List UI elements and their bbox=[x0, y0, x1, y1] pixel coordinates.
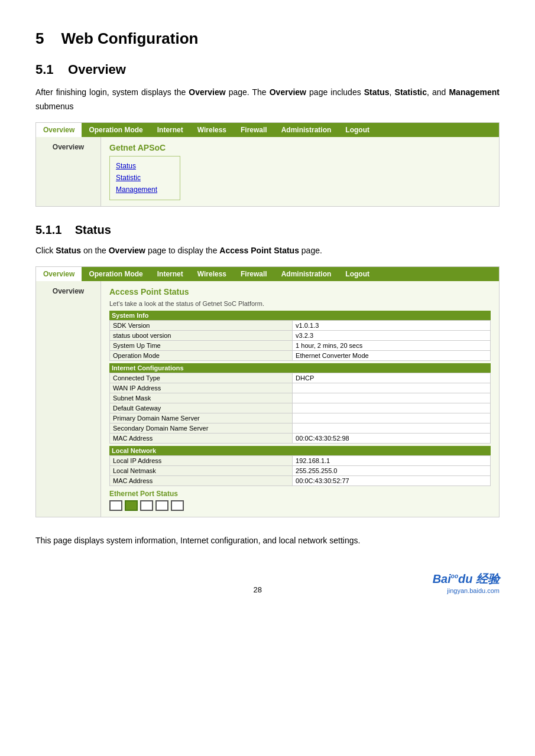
eth-ports bbox=[109, 500, 491, 511]
nav-bar-1: Overview Operation Mode Internet Wireles… bbox=[36, 123, 499, 137]
table-row: MAC Address00:0C:43:30:52:77 bbox=[110, 475, 491, 485]
submenu-status[interactable]: Status bbox=[116, 160, 174, 172]
overview-panel-body: Overview Getnet APSoC Status Statistic M… bbox=[36, 137, 499, 206]
table-row: System Up Time1 hour, 2 mins, 20 secs bbox=[110, 340, 491, 350]
table-row: Default Gateway bbox=[110, 403, 491, 413]
nav-wireless[interactable]: Wireless bbox=[190, 123, 234, 137]
status-sidebar: Overview bbox=[36, 281, 101, 517]
table-row: MAC Address00:0C:43:30:52:98 bbox=[110, 433, 491, 443]
eth-port-2 bbox=[125, 500, 138, 511]
eth-port-4 bbox=[155, 500, 168, 511]
nav2-operation-mode[interactable]: Operation Mode bbox=[82, 267, 150, 281]
status-panel: Overview Operation Mode Internet Wireles… bbox=[35, 266, 500, 517]
overview-sidebar: Overview bbox=[36, 137, 101, 206]
nav-operation-mode[interactable]: Operation Mode bbox=[82, 123, 150, 137]
nav2-logout[interactable]: Logout bbox=[338, 267, 377, 281]
table-row: Operation ModeEthernet Converter Mode bbox=[110, 350, 491, 360]
table-row: Primary Domain Name Server bbox=[110, 413, 491, 423]
status-content-title: Access Point Status bbox=[109, 287, 491, 296]
nav2-wireless[interactable]: Wireless bbox=[190, 267, 234, 281]
nav-internet[interactable]: Internet bbox=[150, 123, 190, 137]
submenu-box: Status Statistic Management bbox=[109, 156, 180, 200]
submenu-management[interactable]: Management bbox=[116, 184, 174, 195]
table-row: status uboot versionv3.2.3 bbox=[110, 330, 491, 340]
table-row: Connected TypeDHCP bbox=[110, 373, 491, 383]
eth-port-status-title: Ethernet Port Status bbox=[109, 490, 491, 498]
nav2-overview[interactable]: Overview bbox=[36, 267, 82, 281]
nav2-administration[interactable]: Administration bbox=[274, 267, 339, 281]
status-panel-body: Overview Access Point Status Let's take … bbox=[36, 281, 499, 517]
internet-config-header: Internet Configurations bbox=[109, 363, 491, 373]
eth-port-5 bbox=[171, 500, 184, 511]
nav-firewall[interactable]: Firewall bbox=[234, 123, 274, 137]
system-info-table: SDK Versionv1.0.1.3 status uboot version… bbox=[109, 320, 491, 361]
nav-overview[interactable]: Overview bbox=[36, 123, 82, 137]
nav-logout[interactable]: Logout bbox=[338, 123, 377, 137]
table-row: Subnet Mask bbox=[110, 393, 491, 403]
footer: 28 Baioodu 经验 jingyan.baidu.com bbox=[35, 571, 500, 594]
table-row: Secondary Domain Name Server bbox=[110, 423, 491, 433]
table-row: Local Netmask255.255.255.0 bbox=[110, 465, 491, 475]
baidu-branding: Baioodu 经验 jingyan.baidu.com bbox=[433, 571, 500, 594]
section-5-1-1-title: 5.1.1 Status bbox=[35, 223, 500, 237]
baidu-sub: jingyan.baidu.com bbox=[433, 587, 500, 594]
overview-content: Getnet APSoC Status Statistic Management bbox=[101, 137, 499, 206]
chapter-title: 5 Web Configuration bbox=[35, 30, 500, 48]
eth-port-1 bbox=[109, 500, 122, 511]
nav-administration[interactable]: Administration bbox=[274, 123, 339, 137]
baidu-logo: Baioodu 经验 bbox=[433, 571, 500, 587]
table-row: Local IP Address192.168.1.1 bbox=[110, 455, 491, 465]
submenu-statistic[interactable]: Statistic bbox=[116, 172, 174, 184]
status-content: Access Point Status Let's take a look at… bbox=[101, 281, 499, 517]
table-row: WAN IP Address bbox=[110, 383, 491, 393]
status-description: Let's take a look at the status of Getne… bbox=[109, 300, 491, 307]
nav2-internet[interactable]: Internet bbox=[150, 267, 190, 281]
table-row: SDK Versionv1.0.1.3 bbox=[110, 320, 491, 330]
system-info-header: System Info bbox=[109, 311, 491, 320]
section-5-1-body: After finishing login, system displays t… bbox=[35, 86, 500, 114]
bottom-paragraph: This page displays system information, I… bbox=[35, 534, 500, 548]
eth-port-3 bbox=[140, 500, 153, 511]
local-network-table: Local IP Address192.168.1.1 Local Netmas… bbox=[109, 455, 491, 486]
page-number: 28 bbox=[83, 585, 433, 594]
nav2-firewall[interactable]: Firewall bbox=[234, 267, 274, 281]
local-network-header: Local Network bbox=[109, 446, 491, 455]
internet-config-table: Connected TypeDHCP WAN IP Address Subnet… bbox=[109, 373, 491, 444]
nav-bar-2: Overview Operation Mode Internet Wireles… bbox=[36, 267, 499, 281]
section-5-1-1-body: Click Status on the Overview page to dis… bbox=[35, 244, 500, 258]
section-5-1-title: 5.1 Overview bbox=[35, 62, 500, 77]
overview-content-title: Getnet APSoC bbox=[109, 143, 491, 152]
overview-panel: Overview Operation Mode Internet Wireles… bbox=[35, 122, 500, 207]
